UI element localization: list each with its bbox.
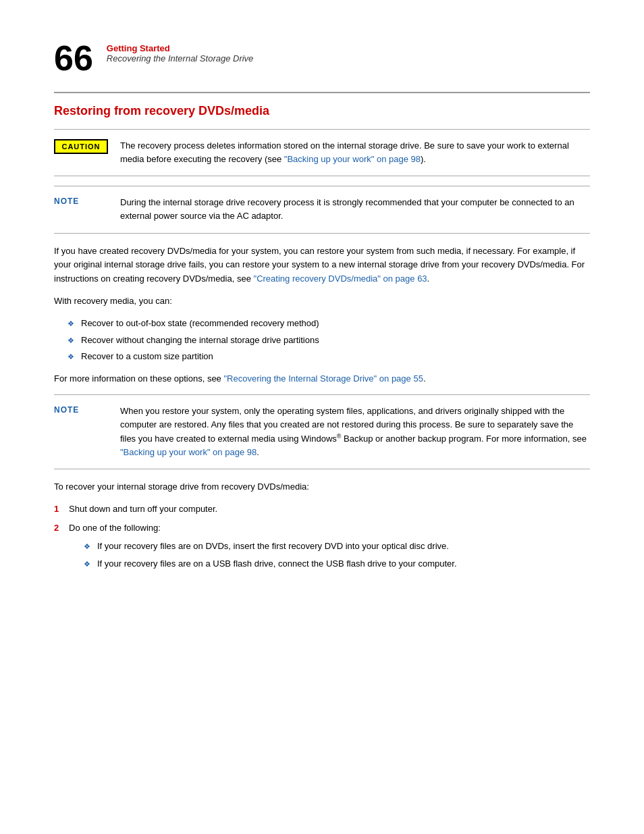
list-item: Recover without changing the internal st…: [68, 334, 590, 348]
note1-text: During the internal storage drive recove…: [120, 196, 590, 223]
caution-end: ).: [421, 154, 426, 164]
body-paragraph-1: If you have created recovery DVDs/media …: [54, 244, 590, 286]
page-number: 66: [54, 41, 93, 76]
step2-sub-list: If your recovery files are on DVDs, inse…: [84, 540, 457, 571]
note2-text: When you restore your system, only the o…: [120, 405, 590, 459]
note1-box: NOTE During the internal storage drive r…: [54, 186, 590, 233]
list-item: Recover to a custom size partition: [68, 350, 590, 364]
body-paragraph-4: To recover your internal storage drive f…: [54, 480, 590, 494]
caution-link[interactable]: "Backing up your work" on page 98: [284, 154, 421, 164]
step-2-content: Do one of the following: If your recover…: [69, 521, 457, 575]
caution-text: The recovery process deletes information…: [120, 139, 590, 166]
page: 66 Getting Started Recovering the Intern…: [0, 0, 644, 623]
list-item: If your recovery files are on DVDs, inse…: [84, 540, 457, 554]
step-2-text: Do one of the following:: [69, 523, 161, 533]
registered-mark: ®: [337, 432, 342, 439]
step-2: 2 Do one of the following: If your recov…: [54, 521, 590, 575]
header-text: Getting Started Recovering the Internal …: [107, 41, 254, 63]
note2-label: NOTE: [54, 405, 108, 415]
note2-end: .: [257, 447, 259, 457]
creating-recovery-link[interactable]: "Creating recovery DVDs/media" on page 6…: [254, 273, 427, 284]
note1-label: NOTE: [54, 196, 108, 206]
page-header: 66 Getting Started Recovering the Intern…: [54, 41, 590, 80]
steps-list: 1 Shut down and turn off your computer. …: [54, 502, 590, 575]
step-1-num: 1: [54, 502, 69, 517]
section-title: Restoring from recovery DVDs/media: [54, 104, 590, 118]
chapter-subtitle: Recovering the Internal Storage Drive: [107, 53, 254, 63]
body-paragraph-2: With recovery media, you can:: [54, 294, 590, 309]
body1-end: .: [427, 273, 430, 284]
note2-box: NOTE When you restore your system, only …: [54, 394, 590, 469]
recovery-options-list: Recover to out-of-box state (recommended…: [68, 317, 590, 364]
header-divider: [54, 92, 590, 93]
recovering-internal-link[interactable]: "Recovering the Internal Storage Drive" …: [223, 373, 423, 384]
step-1: 1 Shut down and turn off your computer.: [54, 502, 590, 517]
note2-body: When you restore your system, only the o…: [120, 406, 587, 444]
caution-box: CAUTION The recovery process deletes inf…: [54, 129, 590, 176]
body-paragraph-3: For more information on these options, s…: [54, 372, 590, 386]
step-2-num: 2: [54, 521, 69, 536]
chapter-title: Getting Started: [107, 43, 254, 53]
body3-start: For more information on these options, s…: [54, 373, 223, 384]
step-1-text: Shut down and turn off your computer.: [69, 502, 217, 517]
list-item: If your recovery files are on a USB flas…: [84, 557, 457, 571]
caution-badge: CAUTION: [54, 139, 108, 154]
list-item: Recover to out-of-box state (recommended…: [68, 317, 590, 331]
backing-up-link[interactable]: "Backing up your work" on page 98: [120, 447, 257, 457]
body3-end: .: [423, 373, 426, 384]
